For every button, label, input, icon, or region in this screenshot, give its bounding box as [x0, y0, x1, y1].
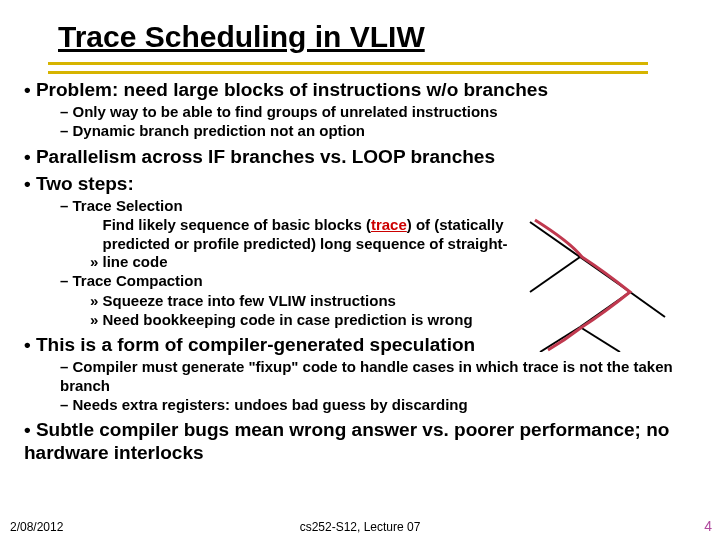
slide: Trace Scheduling in VLIW Problem: need l…: [0, 0, 720, 540]
trace-diagram: [510, 212, 670, 352]
slide-title: Trace Scheduling in VLIW: [58, 20, 425, 54]
trace-selection-label: Trace Selection: [73, 197, 183, 214]
trace-compaction-label: Trace Compaction: [73, 272, 203, 289]
svg-line-0: [530, 222, 580, 257]
ts-detail-pre: Find likely sequence of basic blocks (: [103, 216, 371, 233]
bullet-problem: Problem: need large blocks of instructio…: [24, 78, 708, 141]
title-rule: [48, 62, 648, 74]
svg-line-1: [530, 257, 580, 292]
svg-line-4: [630, 292, 665, 317]
speculation-text: This is a form of compiler-generated spe…: [36, 334, 475, 355]
svg-line-6: [580, 327, 620, 352]
bullet-bugs: Subtle compiler bugs mean wrong answer v…: [24, 418, 708, 464]
two-steps-text: Two steps:: [36, 173, 134, 194]
speculation-sub-1: Compiler must generate "fixup" code to h…: [60, 358, 708, 395]
sub-problem-1: Only way to be able to find groups of un…: [60, 103, 708, 121]
footer-page: 4: [704, 518, 712, 534]
trace-link[interactable]: trace: [371, 216, 407, 233]
svg-line-5: [540, 327, 580, 352]
bullet-problem-text: Problem: need large blocks of instructio…: [36, 79, 548, 100]
bullet-parallelism: Parallelism across IF branches vs. LOOP …: [24, 145, 708, 168]
sub-problem-2: Dynamic branch prediction not an option: [60, 122, 708, 140]
speculation-sub-2: Needs extra registers: undoes bad guess …: [60, 396, 708, 414]
footer-course: cs252-S12, Lecture 07: [0, 520, 720, 534]
